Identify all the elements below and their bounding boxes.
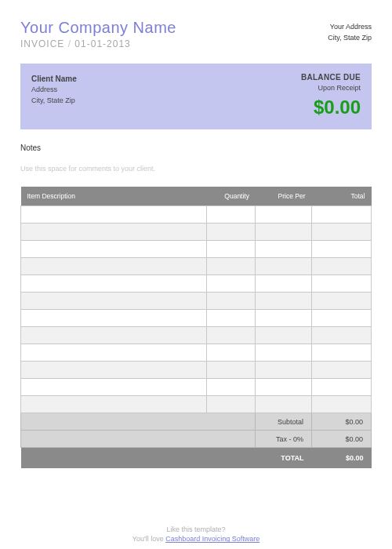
- th-description: Item Description: [21, 187, 207, 206]
- footer-link[interactable]: Cashboard Invoicing Software: [165, 535, 260, 543]
- total-label: TOTAL: [256, 448, 312, 468]
- client-info: Client Name Address City, State Zip: [31, 73, 77, 118]
- total-row: TOTAL $0.00: [21, 448, 372, 468]
- notes-placeholder: Use this space for comments to your clie…: [20, 165, 372, 173]
- balance-due-terms: Upon Receipt: [301, 84, 361, 92]
- notes-label: Notes: [20, 144, 372, 152]
- balance-block: BALANCE DUE Upon Receipt $0.00: [301, 73, 361, 118]
- client-box: Client Name Address City, State Zip BALA…: [20, 64, 372, 129]
- invoice-header: Your Company Name INVOICE / 01-01-2013 Y…: [20, 19, 372, 49]
- subtotal-row: Subtotal $0.00: [21, 413, 372, 431]
- th-quantity: Quantity: [206, 187, 256, 206]
- table-row: [21, 379, 372, 396]
- header-right: Your Address City, State Zip: [328, 19, 372, 49]
- footer-prefix: You'll love: [132, 535, 165, 543]
- subtotal-label: Subtotal: [256, 413, 312, 431]
- table-row: [21, 396, 372, 413]
- subtotal-value: $0.00: [312, 413, 372, 431]
- footer-line2: You'll love Cashboard Invoicing Software: [0, 534, 392, 544]
- table-row: [21, 310, 372, 327]
- client-address: Address: [31, 85, 77, 96]
- table-row: [21, 327, 372, 344]
- invoice-label: INVOICE: [20, 38, 64, 49]
- table-row: [21, 293, 372, 310]
- th-total: Total: [312, 187, 372, 206]
- header-left: Your Company Name INVOICE / 01-01-2013: [20, 19, 176, 49]
- table-row: [21, 224, 372, 241]
- tax-value: $0.00: [312, 431, 372, 448]
- tax-label: Tax - 0%: [256, 431, 312, 448]
- footer: Like this template? You'll love Cashboar…: [0, 525, 392, 544]
- client-name: Client Name: [31, 73, 77, 85]
- line-items-table: Item Description Quantity Price Per Tota…: [20, 187, 372, 468]
- footer-line1: Like this template?: [0, 525, 392, 535]
- balance-amount: $0.00: [301, 96, 361, 118]
- tax-row: Tax - 0% $0.00: [21, 431, 372, 448]
- table-row: [21, 241, 372, 258]
- table-row: [21, 258, 372, 275]
- your-city-state-zip: City, State Zip: [328, 33, 372, 44]
- company-name: Your Company Name: [20, 19, 176, 37]
- table-row: [21, 362, 372, 379]
- invoice-info: INVOICE / 01-01-2013: [20, 38, 176, 49]
- table-row: [21, 344, 372, 362]
- table-row: [21, 206, 372, 224]
- th-price: Price Per: [256, 187, 312, 206]
- your-address: Your Address: [328, 22, 372, 33]
- invoice-date: 01-01-2013: [74, 38, 130, 49]
- table-header-row: Item Description Quantity Price Per Tota…: [21, 187, 372, 206]
- total-value: $0.00: [312, 448, 372, 468]
- table-row: [21, 275, 372, 293]
- balance-due-label: BALANCE DUE: [301, 73, 361, 82]
- client-city-state-zip: City, State Zip: [31, 96, 77, 107]
